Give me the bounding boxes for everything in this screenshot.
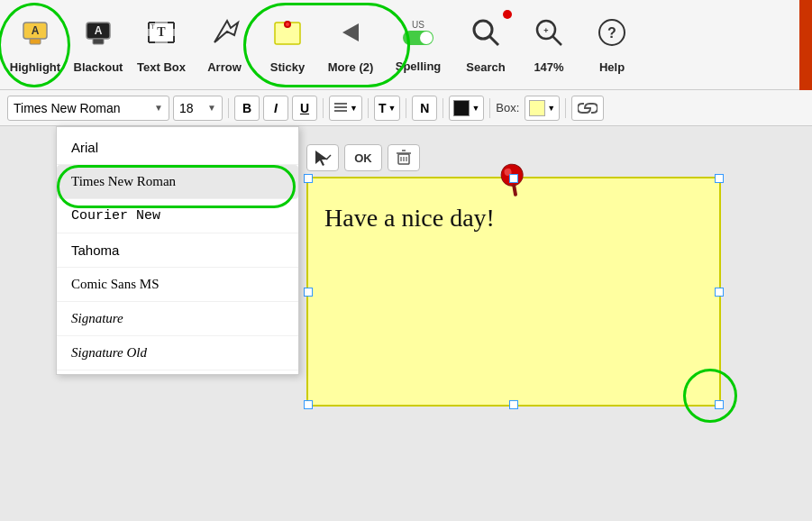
spelling-label: Spelling [396,59,442,73]
svg-text:+: + [543,26,548,35]
textbox-label: Text Box [137,60,186,74]
align-button[interactable]: ▼ [329,96,362,121]
svg-point-21 [286,23,289,26]
box-color-button[interactable]: ▼ [525,96,560,121]
spelling-icon: US [403,16,433,56]
svg-text:T: T [157,25,166,39]
resize-handle-br[interactable] [715,400,724,409]
svg-rect-4 [93,39,104,44]
sep3 [368,98,369,118]
box-color-arrow: ▼ [547,104,555,113]
right-edge-decoration [799,0,812,90]
font-option-signature[interactable]: Signature [57,302,298,336]
size-value: 18 [179,101,194,115]
font-select-arrow: ▼ [154,103,163,113]
font-select-value: Times New Roman [14,101,121,115]
baseline-button[interactable]: T ▼ [374,96,400,121]
toolbar-blackout[interactable]: A Blackout [67,5,130,86]
svg-text:A: A [32,24,40,37]
toolbar-sticky[interactable]: Sticky [256,5,319,86]
font-select[interactable]: Times New Roman ▼ [7,96,169,121]
font-option-tahoma[interactable]: Tahoma [57,233,298,268]
sep2 [323,98,324,118]
svg-line-24 [489,36,498,45]
font-option-tnr[interactable]: Times New Roman [57,165,298,199]
sticky-area: OK [306,144,739,433]
text-color-swatch [453,100,470,116]
color-button[interactable]: ▼ [449,96,484,121]
box-color-swatch [529,100,545,116]
sticky-text[interactable]: Have a nice day! [317,197,502,240]
sep6 [489,98,490,118]
textbox-icon: T T [144,15,178,57]
search-icon [469,15,503,57]
size-select[interactable]: 18 ▼ [173,96,223,121]
font-option-comic[interactable]: Comic Sans MS [57,268,298,302]
toolbar-textbox[interactable]: T T Text Box [130,5,193,86]
align-arrow: ▼ [350,104,358,113]
font-option-courier[interactable]: Courier New [57,199,298,233]
sep1 [228,98,229,118]
resize-handle-bc[interactable] [509,400,518,409]
zoom-icon: + [532,15,566,57]
svg-text:?: ? [607,25,616,41]
svg-text:A: A [95,24,103,37]
underline-button[interactable]: U [292,96,317,121]
resize-handle-bl[interactable] [304,400,313,409]
resize-handle-tr[interactable] [715,174,724,183]
toolbar-spelling[interactable]: US Spelling [382,5,454,86]
sticky-icon [270,15,305,57]
more-icon [333,15,368,57]
baseline-arrow: ▼ [388,104,396,113]
sticky-delete-button[interactable] [388,144,420,171]
more-label: More (2) [328,60,374,74]
italic-button[interactable]: I [263,96,288,121]
font-option-arial[interactable]: Arial [57,131,298,165]
svg-line-26 [552,36,561,45]
arrow-icon [207,15,242,57]
svg-marker-34 [315,151,328,166]
zoom-label: 147% [534,60,563,74]
main-toolbar: A Highlight A Blackout T [0,0,812,90]
sticky-note: Have a nice day! [306,177,721,407]
svg-rect-1 [30,39,41,44]
blackout-icon: A [81,15,115,57]
format-bar: Times New Roman ▼ 18 ▼ B I U ▼ T ▼ N ▼ B… [0,90,812,126]
sticky-pointer-button[interactable] [306,144,339,171]
search-badge [503,10,512,19]
arrow-label: Arrow [207,60,242,74]
highlight-icon: A [18,15,52,57]
toolbar-help[interactable]: ? Help [580,5,643,86]
resize-handle-tc[interactable] [509,174,518,183]
bold-button[interactable]: B [234,96,260,121]
sticky-label: Sticky [270,60,305,74]
svg-rect-44 [512,184,517,197]
toolbar-zoom[interactable]: + 147% [517,5,580,86]
svg-line-35 [326,155,331,160]
sep5 [442,98,443,118]
font-dropdown: Arial Times New Roman Courier New Tahoma… [56,126,299,375]
box-label: Box: [496,101,519,114]
search-label: Search [466,60,505,74]
help-icon: ? [595,15,629,57]
toolbar-highlight[interactable]: A Highlight [4,5,67,86]
font-option-sigold[interactable]: Signature Old [57,336,298,370]
toolbar-arrow[interactable]: Arrow [193,5,256,86]
resize-handle-tl[interactable] [304,174,313,183]
resize-green-circle [683,369,737,423]
link-button[interactable] [571,96,604,121]
toolbar-more[interactable]: More (2) [319,5,382,86]
sticky-ok-button[interactable]: OK [344,144,382,171]
us-label: US [412,20,424,30]
sep4 [406,98,406,118]
toolbar-search[interactable]: Search [454,5,517,86]
svg-text:T: T [151,23,155,31]
resize-handle-ml[interactable] [304,288,313,297]
normal-char-button[interactable]: N [412,96,437,121]
sep7 [565,98,566,118]
color-arrow: ▼ [471,104,479,113]
svg-marker-22 [342,23,359,41]
baseline-icon: T [379,101,387,115]
resize-handle-mr[interactable] [715,288,724,297]
highlight-label: Highlight [10,60,60,74]
